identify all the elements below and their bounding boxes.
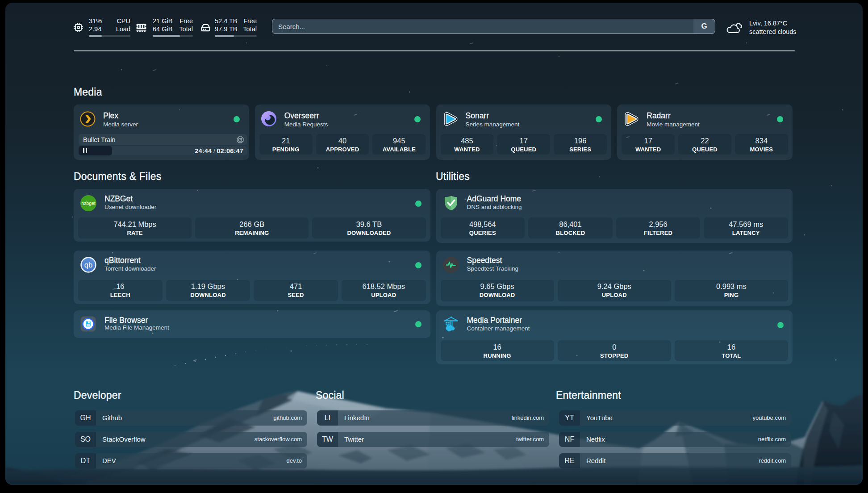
svg-text:qb: qb (84, 260, 92, 268)
svg-text:nzbget: nzbget (81, 201, 96, 206)
